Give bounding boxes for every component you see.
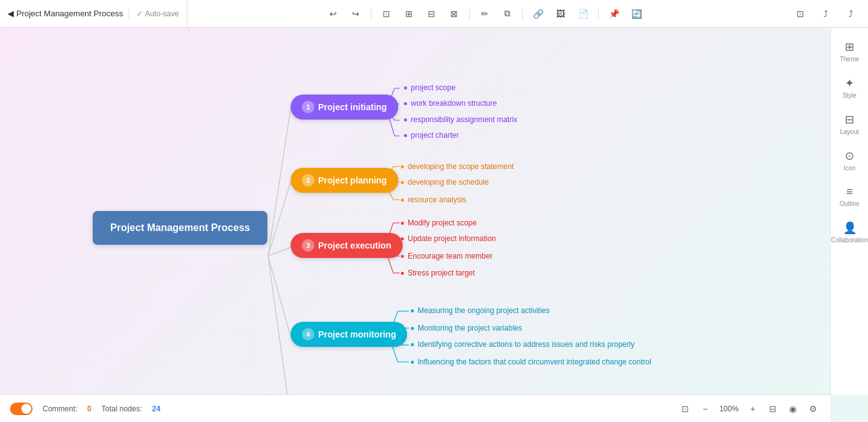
preview-button[interactable]: ◉: [785, 401, 800, 416]
pen-tool-button[interactable]: ✏: [475, 4, 495, 24]
leaf-dot: [401, 255, 404, 258]
share-button[interactable]: ⤴: [815, 4, 835, 24]
leaf-1-3[interactable]: responsibility assignment matrix: [404, 115, 517, 124]
branch-1-label: Project initiating: [318, 102, 387, 112]
icon-panel-icon: ⊙: [845, 149, 854, 163]
outline-label: Outline: [840, 200, 860, 207]
style-icon: ✦: [845, 76, 854, 90]
theme-label: Theme: [840, 56, 859, 63]
history-button[interactable]: 🔄: [626, 4, 646, 24]
leaf-dot: [411, 361, 414, 364]
central-node-label: Project Management Process: [110, 222, 250, 233]
image-button[interactable]: 🖼: [550, 4, 571, 24]
fullscreen-button[interactable]: ⊟: [765, 401, 780, 416]
undo-button[interactable]: ↩: [323, 4, 343, 24]
leaf-dot: [404, 118, 407, 121]
leaf-1-4[interactable]: project charter: [404, 131, 459, 140]
insert-node-button[interactable]: ⊡: [376, 4, 396, 24]
leaf-4-4[interactable]: Influencing the factors that could circu…: [411, 358, 651, 366]
move-button[interactable]: ⊠: [444, 4, 464, 24]
leaf-dot: [401, 165, 404, 168]
link-button[interactable]: 🔗: [528, 4, 548, 24]
branch-2-label: Project planning: [318, 175, 387, 185]
back-icon: ◀: [8, 9, 14, 18]
frame-button[interactable]: ⧉: [497, 4, 517, 24]
leaf-text: responsibility assignment matrix: [411, 115, 517, 124]
leaf-dot: [401, 198, 404, 202]
leaf-text: developing the scope statement: [408, 162, 514, 171]
leaf-3-2[interactable]: Update project information: [401, 234, 496, 243]
leaf-2-1[interactable]: developing the scope statement: [401, 162, 514, 171]
leaf-4-1[interactable]: Measuring the ongoing project activities: [411, 306, 550, 315]
delete-node-button[interactable]: ⊟: [421, 4, 442, 24]
settings-button[interactable]: ⚙: [805, 401, 820, 416]
central-node[interactable]: Project Management Process: [93, 211, 267, 245]
leaf-1-2[interactable]: work breakdown structure: [404, 99, 497, 108]
leaf-4-2[interactable]: Monitoring the project variables: [411, 324, 522, 332]
comment-count: 0: [87, 404, 91, 413]
pin-button[interactable]: 📌: [604, 4, 624, 24]
autosave-label: Auto-save: [145, 9, 179, 18]
icon-panel-label: Icon: [844, 165, 855, 172]
back-button[interactable]: ◀ Project Management Process: [8, 9, 123, 18]
leaf-text: developing the schedule: [408, 178, 488, 187]
leaf-3-4[interactable]: Stress project target: [401, 269, 475, 277]
sidebar-item-style[interactable]: ✦ Style: [834, 71, 866, 104]
nodes-label: Total nodes:: [101, 404, 142, 413]
sidebar-item-theme[interactable]: ⊞ Theme: [834, 35, 866, 68]
comment-toggle[interactable]: [10, 403, 33, 415]
branch-node-1[interactable]: 1 Project initiating: [291, 95, 398, 120]
leaf-2-2[interactable]: developing the schedule: [401, 178, 488, 187]
leaf-dot: [404, 134, 407, 137]
svg-line-0: [268, 109, 291, 256]
leaf-3-3[interactable]: Encourage team member: [401, 252, 492, 260]
leaf-text: Update project information: [408, 234, 496, 243]
canvas: Project Management Process 1 Project ini…: [0, 28, 830, 394]
collaboration-label: Collaboration: [831, 237, 868, 244]
toolbar-divider-2: [469, 8, 470, 20]
toolbar-right: ⊡ ⤴ ⤴: [783, 4, 868, 24]
leaf-dot: [401, 222, 404, 225]
leaf-text: Monitoring the project variables: [418, 324, 522, 332]
insert-child-button[interactable]: ⊞: [399, 4, 419, 24]
zoom-out-button[interactable]: −: [698, 401, 713, 416]
leaf-dot: [404, 86, 407, 90]
leaf-text: Influencing the factors that could circu…: [418, 358, 651, 366]
branch-node-3[interactable]: 3 Project execution: [291, 233, 403, 258]
fit-button[interactable]: ⊡: [678, 401, 693, 416]
branch-node-4[interactable]: 4 Project monitoring: [291, 322, 407, 347]
leaf-text: project scope: [411, 83, 455, 92]
present-button[interactable]: ⊡: [790, 4, 810, 24]
zoom-percent: 100%: [718, 404, 740, 413]
leaf-text: project charter: [411, 131, 459, 140]
leaf-4-3[interactable]: Identifying corrective actions to addres…: [411, 340, 634, 349]
sidebar-item-outline[interactable]: ≡ Outline: [834, 180, 866, 212]
bottom-bar: Comment: 0 Total nodes: 24 ⊡ − 100% + ⊟ …: [0, 394, 830, 422]
svg-line-4: [268, 256, 291, 394]
leaf-dot: [404, 102, 407, 105]
collaboration-icon: 👤: [843, 221, 857, 235]
sidebar-item-collaboration[interactable]: 👤 Collaboration: [834, 216, 866, 249]
branch-4-num: 4: [302, 328, 314, 341]
leaf-2-3[interactable]: resource analysis: [401, 195, 466, 204]
svg-line-2: [268, 247, 291, 256]
leaf-1-1[interactable]: project scope: [404, 83, 455, 92]
note-button[interactable]: 📄: [573, 4, 593, 24]
sidebar-item-layout[interactable]: ⊟ Layout: [834, 108, 866, 140]
zoom-in-button[interactable]: +: [745, 401, 760, 416]
toolbar-divider-1: [371, 8, 371, 20]
branch-3-num: 3: [302, 239, 314, 252]
export-button[interactable]: ⤴: [840, 4, 860, 24]
sidebar-item-icon-panel[interactable]: ⊙ Icon: [834, 144, 866, 177]
leaf-text: Measuring the ongoing project activities: [418, 306, 550, 315]
redo-button[interactable]: ↪: [346, 4, 366, 24]
right-sidebar: ⊞ Theme ✦ Style ⊟ Layout ⊙ Icon ≡ Outlin…: [830, 28, 868, 394]
branch-3-label: Project execution: [318, 240, 391, 250]
leaf-dot: [411, 309, 414, 312]
branch-node-2[interactable]: 2 Project planning: [291, 168, 398, 193]
leaf-3-1[interactable]: Modify project scope: [401, 219, 477, 227]
leaf-text: Encourage team member: [408, 252, 492, 260]
comment-label: Comment:: [43, 404, 77, 413]
branch-4-label: Project monitoring: [318, 329, 396, 339]
toolbar-divider-3: [522, 8, 523, 20]
